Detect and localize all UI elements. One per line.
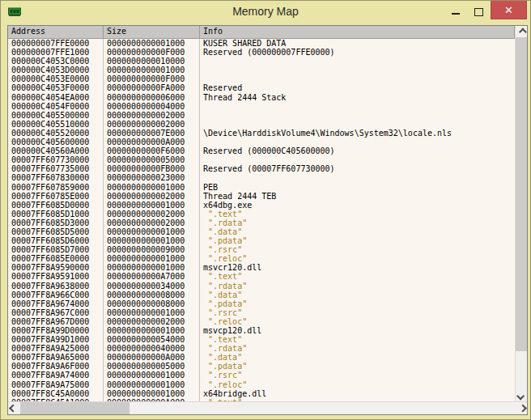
cell-size: 00000000000A7000 — [104, 272, 200, 281]
cell-info — [200, 173, 515, 182]
table-row[interactable]: 00007FF8A9A6F000 0000000000005000 ".pdat… — [8, 362, 515, 371]
cell-info: ".text" — [200, 272, 515, 281]
close-icon: ✕ — [504, 4, 513, 16]
table-row[interactable]: 00007FF607730000 0000000000005000 — [8, 155, 515, 164]
cell-info — [200, 57, 515, 66]
scroll-up-button[interactable] — [516, 26, 527, 37]
close-button[interactable]: ✕ — [491, 1, 527, 19]
cell-address: 000000C4053C0000 — [8, 57, 104, 66]
table-row[interactable]: 000000C405520000 000000000007E000 \Devic… — [8, 129, 515, 138]
cell-address: 000000C405510000 — [8, 120, 104, 129]
cell-info: ".reloc" — [200, 380, 515, 389]
cell-size: 00000000000F6000 — [104, 146, 200, 155]
table-row[interactable]: 000000C40560A000 00000000000F6000 Reserv… — [8, 146, 515, 155]
table-row[interactable]: 000000C4053F0000 00000000000FA000 Reserv… — [8, 83, 515, 92]
table-row[interactable]: 00007FF607735000 00000000000FB000 Reserv… — [8, 164, 515, 173]
horizontal-scroll-track[interactable] — [19, 402, 516, 414]
cell-address: 00007FF6085D0000 — [8, 201, 104, 210]
column-header-size[interactable]: Size — [104, 26, 200, 38]
maximize-button[interactable] — [467, 1, 491, 19]
table-row[interactable]: 00007FF8A99D0000 0000000000001000 msvcp1… — [8, 326, 515, 335]
cell-info: KUSER_SHARED_DATA — [200, 39, 515, 48]
memory-map-table: Address Size Info 000000007FFE0000 00000… — [7, 25, 528, 415]
table-row[interactable]: 00007FF6085E0000 0000000000001000 ".relo… — [8, 254, 515, 263]
vertical-scroll-track[interactable] — [516, 37, 527, 390]
cell-address: 00007FF607859000 — [8, 183, 104, 192]
table-row[interactable]: 00007FF8A967C000 0000000000001000 ".rsrc… — [8, 308, 515, 317]
cell-size: 0000000000034000 — [104, 282, 200, 291]
table-row[interactable]: 000000C4054EA000 0000000000006000 Thread… — [8, 93, 515, 102]
cell-info: ".rdata" — [200, 218, 515, 227]
table-row[interactable]: 000000C4053E0000 000000000000F000 — [8, 74, 515, 83]
cell-address: 00007FF8A9A75000 — [8, 380, 104, 389]
column-header-info[interactable]: Info — [200, 26, 515, 38]
cell-address: 00007FF8A9A65000 — [8, 353, 104, 362]
table-row[interactable]: 00007FF6085D3000 0000000000002000 ".rdat… — [8, 218, 515, 227]
cell-address: 00007FF8A9A6F000 — [8, 362, 104, 371]
cell-size: 0000000000001000 — [104, 201, 200, 210]
table-row[interactable]: 00007FF607859000 0000000000001000 PEB — [8, 183, 515, 192]
cell-address: 000000C405500000 — [8, 111, 104, 120]
cell-address: 000000C4054EA000 — [8, 93, 104, 102]
table-row[interactable]: 00007FF6085D0000 0000000000001000 x64dbg… — [8, 201, 515, 210]
table-row[interactable]: 000000C4053C0000 0000000000010000 — [8, 57, 515, 66]
table-row[interactable]: 00007FF607830000 0000000000023000 — [8, 173, 515, 182]
table-row[interactable]: 000000C405510000 0000000000002000 — [8, 120, 515, 129]
vertical-scroll-thumb[interactable] — [516, 37, 527, 351]
table-row[interactable]: 00007FF60785E000 0000000000002000 Thread… — [8, 192, 515, 201]
cell-size: 0000000000002000 — [104, 111, 200, 120]
cell-info — [200, 120, 515, 129]
scroll-right-button[interactable] — [516, 402, 527, 414]
cell-info — [200, 102, 515, 111]
horizontal-scrollbar[interactable] — [8, 401, 527, 414]
scroll-down-button[interactable] — [516, 390, 527, 401]
table-row[interactable]: 00007FF8A9591000 00000000000A7000 ".text… — [8, 272, 515, 281]
cell-info: ".rsrc" — [200, 308, 515, 317]
table-row[interactable]: 00007FF8C45A0000 0000000000001000 x64bri… — [8, 389, 515, 398]
table-row[interactable]: 000000C4054F0000 0000000000004000 — [8, 102, 515, 111]
cell-info: ".reloc" — [200, 317, 515, 326]
table-row[interactable]: 00007FF6085D6000 0000000000001000 ".pdat… — [8, 236, 515, 245]
cell-size: 0000000000040000 — [104, 344, 200, 353]
table-row[interactable]: 000000C405600000 000000000000A000 — [8, 138, 515, 146]
table-row[interactable]: 000000007FFE0000 0000000000001000 KUSER_… — [8, 39, 515, 48]
cell-info: ".rdata" — [200, 282, 515, 291]
cell-address: 00007FF8A99D1000 — [8, 335, 104, 344]
table-row[interactable]: 00007FF8A9A65000 000000000000A000 ".data… — [8, 353, 515, 362]
table-row[interactable]: 00007FF8A966C000 0000000000008000 ".data… — [8, 291, 515, 299]
cell-address: 000000C405600000 — [8, 138, 104, 146]
table-row[interactable]: 000000007FFE1000 000000000000F000 Reserv… — [8, 48, 515, 57]
cell-size: 000000000000F000 — [104, 48, 200, 57]
horizontal-scroll-thumb[interactable] — [20, 402, 130, 414]
cell-size: 0000000000005000 — [104, 155, 200, 164]
cell-size: 0000000000008000 — [104, 299, 200, 308]
cell-size: 00000000000FB000 — [104, 164, 200, 173]
cell-info: ".data" — [200, 291, 515, 299]
table-row[interactable]: 000000C4053D0000 0000000000001000 — [8, 66, 515, 74]
cell-size: 0000000000010000 — [104, 57, 200, 66]
cell-info: x64dbg.exe — [200, 201, 515, 210]
cell-size: 0000000000001000 — [104, 371, 200, 380]
table-row[interactable]: 00007FF8A9A25000 0000000000040000 ".rdat… — [8, 344, 515, 353]
table-row[interactable]: 00007FF6085D7000 0000000000009000 ".rsrc… — [8, 245, 515, 254]
table-row[interactable]: 00007FF8A9674000 0000000000008000 ".pdat… — [8, 299, 515, 308]
cell-info: ".pdata" — [200, 362, 515, 371]
cell-address: 00007FF8A9674000 — [8, 299, 104, 308]
table-row[interactable]: 000000C405500000 0000000000002000 — [8, 111, 515, 120]
cell-address: 00007FF6085D6000 — [8, 236, 104, 245]
table-row[interactable]: 00007FF8A9590000 0000000000001000 msvcr1… — [8, 263, 515, 272]
table-row[interactable]: 00007FF6085D1000 0000000000002000 ".text… — [8, 210, 515, 218]
table-row[interactable]: 00007FF8A99D1000 0000000000054000 ".text… — [8, 335, 515, 344]
scroll-left-button[interactable] — [8, 402, 19, 414]
table-row[interactable]: 00007FF8A9A75000 0000000000001000 ".relo… — [8, 380, 515, 389]
table-row[interactable]: 00007FF8A9A74000 0000000000001000 ".rsrc… — [8, 371, 515, 380]
table-row[interactable]: 00007FF8A967D000 0000000000002000 ".relo… — [8, 317, 515, 326]
vertical-scrollbar[interactable] — [515, 26, 527, 401]
cell-info — [200, 111, 515, 120]
title-bar[interactable]: Memory Map ✕ — [1, 1, 530, 25]
column-header-address[interactable]: Address — [8, 26, 104, 38]
table-row[interactable]: 00007FF8A9638000 0000000000034000 ".rdat… — [8, 282, 515, 291]
table-row[interactable]: 00007FF6085D5000 0000000000001000 ".data… — [8, 227, 515, 236]
cell-size: 0000000000001000 — [104, 263, 200, 272]
minimize-button[interactable] — [444, 1, 467, 19]
